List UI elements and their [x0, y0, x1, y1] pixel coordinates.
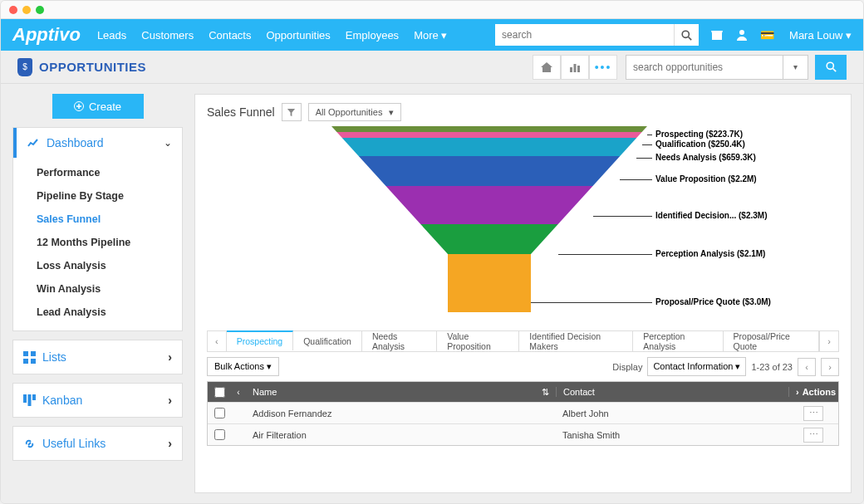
username-dropdown[interactable]: Mara Louw ▾	[789, 29, 852, 42]
funnel-svg	[323, 126, 655, 325]
global-search-input[interactable]	[495, 24, 674, 46]
grid-header: ‹ Name⇅ Contact › Actions	[208, 382, 838, 402]
svg-rect-16	[32, 394, 36, 400]
svg-rect-2	[712, 33, 722, 40]
sidebar: Create Dashboard ⌄ PerformancePipeline B…	[12, 94, 183, 493]
display-select[interactable]: Contact Information ▾	[647, 357, 746, 376]
opportunity-search-dropdown[interactable]: ▾	[783, 55, 808, 80]
tab-value-proposition[interactable]: Value Proposition	[437, 331, 519, 351]
logo: Apptivo	[12, 24, 81, 46]
maximize-window-icon[interactable]	[36, 6, 44, 14]
row-actions-button[interactable]: ⋯	[803, 428, 823, 443]
nav-leads[interactable]: Leads	[97, 29, 126, 42]
chevron-down-icon: ▾	[389, 107, 394, 118]
funnel-label: Prospecting ($223.7K)	[655, 130, 743, 139]
chevron-down-icon: ▾	[793, 62, 798, 71]
sidebar-item-pipeline-by-stage[interactable]: Pipeline By Stage	[13, 184, 182, 208]
stage-tabs: ‹ ProspectingQualificationNeeds Analysis…	[207, 330, 839, 352]
chart-title: Sales Funnel	[207, 105, 275, 119]
create-button[interactable]: Create	[52, 94, 144, 119]
svg-marker-20	[359, 156, 621, 186]
nav-customers[interactable]: Customers	[141, 29, 194, 42]
row-checkbox[interactable]	[214, 408, 225, 418]
table-row[interactable]: Addison Fernandez Albert John ⋯	[208, 402, 838, 423]
tab-needs-analysis[interactable]: Needs Analysis	[362, 331, 437, 351]
tab-identified-decision-makers[interactable]: Identified Decision Makers	[519, 331, 633, 351]
chevron-right-icon: ›	[168, 437, 172, 450]
dashboard-panel: Dashboard ⌄ PerformancePipeline By Stage…	[12, 127, 183, 331]
chevron-down-icon: ▾	[441, 29, 447, 42]
svg-rect-4	[570, 67, 572, 72]
collapse-column-icon[interactable]: ‹	[231, 388, 246, 397]
bulk-actions-button[interactable]: Bulk Actions ▾	[207, 357, 279, 376]
nav-opportunities[interactable]: Opportunities	[266, 29, 330, 42]
tab-proposal-price-quote[interactable]: Proposal/Price Quote	[724, 331, 820, 351]
sidebar-lists[interactable]: Lists›	[12, 340, 183, 374]
sidebar-useful-links[interactable]: Useful Links›	[12, 426, 183, 461]
search-icon	[826, 61, 837, 72]
filter-button[interactable]	[282, 103, 302, 121]
main-content: ◀ Sales Funnel All Opportunities▾ Prospe…	[194, 94, 852, 493]
nav-contacts[interactable]: Contacts	[209, 29, 251, 42]
top-nav: Apptivo Leads Customers Contacts Opportu…	[1, 19, 863, 51]
sidebar-item-loss-analysis[interactable]: Loss Analysis	[13, 254, 182, 277]
close-window-icon[interactable]	[9, 6, 17, 14]
global-search-button[interactable]	[674, 24, 699, 46]
sidebar-item-sales-funnel[interactable]: Sales Funnel	[13, 208, 182, 231]
svg-rect-14	[23, 394, 27, 403]
svg-rect-12	[23, 359, 28, 364]
tab-scroll-left[interactable]: ‹	[208, 331, 227, 351]
row-checkbox[interactable]	[214, 429, 225, 440]
sidebar-collapse-handle[interactable]: ◀	[194, 335, 195, 357]
chevron-right-icon: ›	[168, 350, 172, 364]
chevron-down-icon: ▾	[846, 29, 852, 42]
sidebar-item-12-months-pipeline[interactable]: 12 Months Pipeline	[13, 231, 182, 254]
svg-line-8	[832, 69, 836, 72]
column-name[interactable]: Name⇅	[246, 387, 556, 398]
nav-more[interactable]: More ▾	[414, 29, 447, 42]
home-view-button[interactable]	[533, 55, 561, 80]
opportunity-search-button[interactable]	[815, 55, 847, 80]
sidebar-item-lead-analysis[interactable]: Lead Analysis	[13, 301, 182, 324]
svg-marker-22	[420, 224, 557, 254]
funnel-label: Perception Analysis ($2.1M)	[655, 249, 765, 258]
store-icon[interactable]	[710, 28, 724, 42]
nav-employees[interactable]: Employees	[346, 29, 399, 42]
pager-prev[interactable]: ‹	[798, 358, 816, 376]
svg-rect-6	[577, 66, 580, 72]
pager-next[interactable]: ›	[821, 358, 839, 376]
tab-perception-analysis[interactable]: Perception Analysis	[633, 331, 723, 351]
select-all-checkbox[interactable]	[214, 387, 225, 398]
opportunity-grid: ‹ Name⇅ Contact › Actions Addison Fernan…	[207, 381, 839, 446]
sidebar-item-win-analysis[interactable]: Win Analysis	[13, 277, 182, 301]
sidebar-dashboard-header[interactable]: Dashboard ⌄	[13, 128, 182, 158]
row-name: Air Filteration	[246, 430, 556, 440]
svg-line-1	[689, 37, 692, 40]
sidebar-item-performance[interactable]: Performance	[13, 161, 182, 184]
tab-qualification[interactable]: Qualification	[293, 331, 362, 351]
kanban-icon	[23, 394, 36, 407]
card-icon[interactable]: 💳	[760, 28, 774, 42]
column-contact[interactable]: Contact	[556, 387, 788, 397]
more-view-button[interactable]: •••	[589, 55, 617, 80]
sub-header: $ OPPORTUNITIES ••• ▾	[1, 51, 863, 84]
table-row[interactable]: Air Filteration Tanisha Smith ⋯	[208, 423, 838, 445]
tab-scroll-right[interactable]: ›	[819, 331, 838, 351]
svg-rect-5	[574, 64, 577, 72]
dots-icon: •••	[595, 61, 612, 74]
filter-dropdown[interactable]: All Opportunities▾	[308, 103, 402, 121]
user-icon[interactable]	[735, 28, 749, 42]
row-actions-button[interactable]: ⋯	[803, 406, 823, 421]
funnel-label: Qualification ($250.4K)	[655, 139, 745, 149]
row-contact: Albert John	[556, 409, 788, 418]
svg-point-7	[827, 62, 833, 69]
chart-line-icon	[27, 136, 40, 149]
minimize-window-icon[interactable]	[22, 6, 31, 14]
tab-prospecting[interactable]: Prospecting	[227, 330, 293, 350]
svg-rect-15	[28, 394, 32, 406]
chart-view-button[interactable]	[561, 55, 589, 80]
opportunity-search-input[interactable]	[626, 55, 783, 80]
svg-marker-19	[342, 138, 637, 156]
funnel-chart: Prospecting ($223.7K)Qualification ($250…	[207, 126, 839, 325]
sidebar-kanban[interactable]: Kanban›	[12, 383, 183, 418]
